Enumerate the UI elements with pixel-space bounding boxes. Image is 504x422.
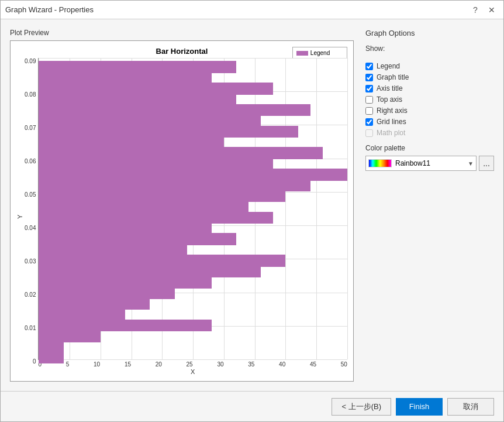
grid-line-v (316, 58, 317, 359)
select-arrow-icon: ▼ (468, 160, 474, 167)
x-ticks: 0 5 10 15 20 25 30 35 40 45 50 (38, 360, 347, 368)
grid-line-v (285, 58, 286, 359)
help-button[interactable]: ? (468, 3, 482, 17)
close-button[interactable]: ✕ (485, 3, 499, 17)
color-palette-section: Color palette Rainbow11 ▼ ... (365, 144, 494, 171)
palette-name: Rainbow11 (395, 159, 430, 167)
grid-line-v (255, 58, 256, 359)
checkbox-axis-title-input[interactable] (365, 85, 373, 92)
checkbox-axis-title-label: Axis title (377, 84, 403, 92)
bars-grid (38, 58, 347, 360)
titlebar: Graph Wizard - Properties ? ✕ (1, 1, 503, 19)
footer: < 上一步(B) Finish 取消 (1, 391, 503, 421)
checkbox-graph-title-label: Graph title (377, 73, 409, 81)
plot-section: Plot Preview Legend Processor_1 Bar Hori… (10, 29, 354, 382)
back-button[interactable]: < 上一步(B) (332, 398, 391, 416)
y-ticks: 0.09 0.08 0.07 0.06 0.05 0.04 0.03 0.02 … (25, 58, 38, 375)
options-section: Graph Options Show: Legend Graph title A… (365, 29, 494, 382)
plot-section-label: Plot Preview (10, 29, 354, 37)
checkbox-legend[interactable]: Legend (365, 62, 494, 70)
checkbox-math-plot: Math plot (365, 129, 494, 137)
y-axis-label: Y (16, 58, 23, 375)
checkbox-grid-lines-input[interactable] (365, 118, 373, 126)
bar-row (39, 352, 63, 364)
titlebar-left: Graph Wizard - Properties (5, 5, 94, 14)
grid-line-h (39, 359, 347, 360)
color-palette-select[interactable]: Rainbow11 ▼ (365, 156, 477, 171)
checkbox-top-axis-label: Top axis (377, 95, 402, 104)
window-title: Graph Wizard - Properties (5, 5, 94, 14)
chart-inner: 0 5 10 15 20 25 30 35 40 45 50 (38, 58, 347, 375)
legend-line1: Legend (310, 49, 330, 57)
checkbox-right-axis-label: Right axis (377, 107, 408, 115)
options-title: Graph Options (365, 29, 494, 37)
checkbox-math-plot-input (365, 129, 373, 137)
color-palette-label: Color palette (365, 144, 494, 152)
legend-color-swatch (296, 51, 308, 56)
chart-area: Y 0.09 0.08 0.07 0.06 0.05 0.04 0.03 0.0… (16, 58, 347, 375)
checkbox-graph-title-input[interactable] (365, 74, 373, 81)
checkbox-grid-lines[interactable]: Grid lines (365, 118, 494, 126)
chart-container: Legend Processor_1 Bar Horizontal Y 0.09… (16, 47, 347, 375)
legend-item: Legend (296, 49, 343, 57)
checkbox-top-axis-input[interactable] (365, 96, 373, 104)
checkbox-graph-title[interactable]: Graph title (365, 73, 494, 81)
x-axis-label: X (38, 368, 347, 375)
checkbox-legend-input[interactable] (365, 63, 373, 70)
rainbow-bar (368, 159, 392, 167)
finish-button[interactable]: Finish (396, 398, 443, 416)
checkbox-axis-title[interactable]: Axis title (365, 84, 494, 92)
checkbox-legend-label: Legend (377, 62, 400, 70)
window: Graph Wizard - Properties ? ✕ Plot Previ… (0, 0, 504, 422)
checkbox-grid-lines-label: Grid lines (377, 118, 406, 126)
checkbox-right-axis-input[interactable] (365, 107, 373, 115)
plot-preview: Legend Processor_1 Bar Horizontal Y 0.09… (10, 40, 354, 382)
checkbox-right-axis[interactable]: Right axis (365, 107, 494, 115)
color-palette-row: Rainbow11 ▼ ... (365, 156, 494, 171)
cancel-button[interactable]: 取消 (447, 398, 494, 416)
checkbox-math-plot-label: Math plot (377, 129, 405, 137)
main-content: Plot Preview Legend Processor_1 Bar Hori… (1, 19, 503, 391)
checkbox-top-axis[interactable]: Top axis (365, 95, 494, 104)
palette-dots-button[interactable]: ... (479, 156, 494, 171)
checkboxes: Legend Graph title Axis title Top axis R… (365, 62, 494, 137)
grid-line-h (39, 58, 347, 59)
show-label: Show: (365, 44, 494, 53)
grid-line-v (347, 58, 348, 359)
titlebar-controls: ? ✕ (468, 3, 499, 17)
